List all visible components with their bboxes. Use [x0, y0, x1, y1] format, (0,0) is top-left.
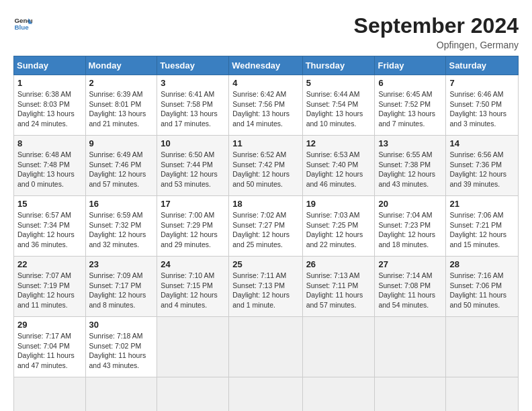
table-row: 24 Sunrise: 7:10 AM Sunset: 7:15 PM Dayl…: [157, 257, 229, 317]
day-info: Sunrise: 7:10 AM Sunset: 7:15 PM Dayligh…: [161, 271, 225, 310]
day-info: Sunrise: 7:13 AM Sunset: 7:11 PM Dayligh…: [306, 271, 371, 310]
day-number: 15: [17, 199, 82, 209]
table-row: 6 Sunrise: 6:45 AM Sunset: 7:52 PM Dayli…: [375, 75, 446, 136]
day-info: Sunrise: 7:14 AM Sunset: 7:08 PM Dayligh…: [378, 271, 442, 310]
day-info: Sunrise: 6:50 AM Sunset: 7:44 PM Dayligh…: [161, 150, 225, 189]
day-info: Sunrise: 6:42 AM Sunset: 7:56 PM Dayligh…: [232, 89, 298, 129]
day-info: Sunrise: 6:48 AM Sunset: 7:48 PM Dayligh…: [17, 150, 82, 189]
day-number: 25: [232, 259, 298, 269]
table-row: 8 Sunrise: 6:48 AM Sunset: 7:48 PM Dayli…: [14, 136, 86, 196]
table-row: 17 Sunrise: 7:00 AM Sunset: 7:29 PM Dayl…: [157, 196, 229, 257]
table-row: 18 Sunrise: 7:02 AM Sunset: 7:27 PM Dayl…: [229, 196, 302, 257]
day-info: Sunrise: 6:38 AM Sunset: 8:03 PM Dayligh…: [17, 89, 82, 129]
table-row: 27 Sunrise: 7:14 AM Sunset: 7:08 PM Dayl…: [375, 257, 446, 317]
day-info: Sunrise: 6:53 AM Sunset: 7:40 PM Dayligh…: [306, 150, 371, 189]
day-number: 18: [232, 199, 298, 209]
empty-cell: [302, 377, 375, 412]
table-row: 11 Sunrise: 6:52 AM Sunset: 7:42 PM Dayl…: [229, 136, 302, 196]
day-info: Sunrise: 7:00 AM Sunset: 7:29 PM Dayligh…: [161, 210, 225, 250]
day-info: Sunrise: 7:02 AM Sunset: 7:27 PM Dayligh…: [232, 210, 298, 250]
table-row: 12 Sunrise: 6:53 AM Sunset: 7:40 PM Dayl…: [302, 136, 375, 196]
header-sunday: Sunday: [14, 56, 86, 75]
day-number: 29: [17, 320, 82, 330]
day-number: 19: [306, 199, 371, 209]
day-number: 26: [306, 259, 371, 269]
day-number: 20: [378, 199, 442, 209]
table-row: 9 Sunrise: 6:49 AM Sunset: 7:46 PM Dayli…: [85, 136, 157, 196]
day-number: 9: [89, 138, 154, 148]
header-friday: Friday: [375, 56, 446, 75]
day-number: 1: [17, 78, 82, 88]
day-info: Sunrise: 7:04 AM Sunset: 7:23 PM Dayligh…: [378, 210, 442, 250]
day-number: 3: [161, 78, 225, 88]
logo-icon: General Blue: [13, 13, 32, 32]
table-row: 30 Sunrise: 7:18 AM Sunset: 7:02 PM Dayl…: [85, 317, 157, 377]
table-row: 10 Sunrise: 6:50 AM Sunset: 7:44 PM Dayl…: [157, 136, 229, 196]
table-row: 5 Sunrise: 6:44 AM Sunset: 7:54 PM Dayli…: [302, 75, 375, 136]
empty-cell: [85, 377, 157, 412]
day-number: 12: [306, 138, 371, 148]
day-number: 6: [378, 78, 442, 88]
day-info: Sunrise: 6:44 AM Sunset: 7:54 PM Dayligh…: [306, 89, 371, 129]
month-title: September 2024: [354, 13, 519, 38]
header-thursday: Thursday: [302, 56, 375, 75]
table-row: 29 Sunrise: 7:17 AM Sunset: 7:04 PM Dayl…: [14, 317, 86, 377]
location-title: Opfingen, Germany: [354, 40, 519, 50]
day-number: 16: [89, 199, 154, 209]
day-number: 5: [306, 78, 371, 88]
day-number: 4: [232, 78, 298, 88]
header-monday: Monday: [85, 56, 157, 75]
table-row: 7 Sunrise: 6:46 AM Sunset: 7:50 PM Dayli…: [446, 75, 519, 136]
day-info: Sunrise: 6:41 AM Sunset: 7:58 PM Dayligh…: [161, 89, 225, 129]
day-info: Sunrise: 6:45 AM Sunset: 7:52 PM Dayligh…: [378, 89, 442, 129]
day-number: 13: [378, 138, 442, 148]
table-row: 28 Sunrise: 7:16 AM Sunset: 7:06 PM Dayl…: [446, 257, 519, 317]
table-row: 25 Sunrise: 7:11 AM Sunset: 7:13 PM Dayl…: [229, 257, 302, 317]
svg-text:Blue: Blue: [14, 24, 29, 31]
day-info: Sunrise: 7:16 AM Sunset: 7:06 PM Dayligh…: [449, 271, 515, 310]
header-wednesday: Wednesday: [229, 56, 302, 75]
day-info: Sunrise: 6:46 AM Sunset: 7:50 PM Dayligh…: [449, 89, 515, 129]
day-info: Sunrise: 7:18 AM Sunset: 7:02 PM Dayligh…: [89, 331, 154, 371]
day-number: 11: [232, 138, 298, 148]
day-number: 10: [161, 138, 225, 148]
day-info: Sunrise: 6:55 AM Sunset: 7:38 PM Dayligh…: [378, 150, 442, 189]
day-info: Sunrise: 7:09 AM Sunset: 7:17 PM Dayligh…: [89, 271, 154, 310]
calendar-week-6: [14, 377, 519, 412]
day-info: Sunrise: 6:56 AM Sunset: 7:36 PM Dayligh…: [449, 150, 515, 189]
table-row: 22 Sunrise: 7:07 AM Sunset: 7:19 PM Dayl…: [14, 257, 86, 317]
day-info: Sunrise: 6:49 AM Sunset: 7:46 PM Dayligh…: [89, 150, 154, 189]
table-row: 16 Sunrise: 6:59 AM Sunset: 7:32 PM Dayl…: [85, 196, 157, 257]
day-header-row: Sunday Monday Tuesday Wednesday Thursday…: [14, 56, 519, 75]
empty-cell: [157, 317, 229, 377]
day-number: 8: [17, 138, 82, 148]
day-number: 21: [449, 199, 515, 209]
empty-cell: [14, 377, 86, 412]
day-info: Sunrise: 7:06 AM Sunset: 7:21 PM Dayligh…: [449, 210, 515, 250]
day-info: Sunrise: 6:57 AM Sunset: 7:34 PM Dayligh…: [17, 210, 82, 250]
table-row: 23 Sunrise: 7:09 AM Sunset: 7:17 PM Dayl…: [85, 257, 157, 317]
day-info: Sunrise: 6:59 AM Sunset: 7:32 PM Dayligh…: [89, 210, 154, 250]
calendar-week-1: 1 Sunrise: 6:38 AM Sunset: 8:03 PM Dayli…: [14, 75, 519, 136]
calendar-week-5: 29 Sunrise: 7:17 AM Sunset: 7:04 PM Dayl…: [14, 317, 519, 377]
day-info: Sunrise: 6:52 AM Sunset: 7:42 PM Dayligh…: [232, 150, 298, 189]
empty-cell: [157, 377, 229, 412]
table-row: 2 Sunrise: 6:39 AM Sunset: 8:01 PM Dayli…: [85, 75, 157, 136]
day-number: 22: [17, 259, 82, 269]
header-tuesday: Tuesday: [157, 56, 229, 75]
table-row: 3 Sunrise: 6:41 AM Sunset: 7:58 PM Dayli…: [157, 75, 229, 136]
table-row: 1 Sunrise: 6:38 AM Sunset: 8:03 PM Dayli…: [14, 75, 86, 136]
table-row: 14 Sunrise: 6:56 AM Sunset: 7:36 PM Dayl…: [446, 136, 519, 196]
logo: General Blue: [13, 13, 32, 32]
table-row: 19 Sunrise: 7:03 AM Sunset: 7:25 PM Dayl…: [302, 196, 375, 257]
table-row: 13 Sunrise: 6:55 AM Sunset: 7:38 PM Dayl…: [375, 136, 446, 196]
header-saturday: Saturday: [446, 56, 519, 75]
day-number: 24: [161, 259, 225, 269]
day-number: 27: [378, 259, 442, 269]
calendar-table: Sunday Monday Tuesday Wednesday Thursday…: [13, 56, 519, 411]
day-info: Sunrise: 7:11 AM Sunset: 7:13 PM Dayligh…: [232, 271, 298, 310]
day-number: 17: [161, 199, 225, 209]
header: General Blue September 2024 Opfingen, Ge…: [13, 13, 519, 50]
empty-cell: [375, 377, 446, 412]
day-number: 30: [89, 320, 154, 330]
